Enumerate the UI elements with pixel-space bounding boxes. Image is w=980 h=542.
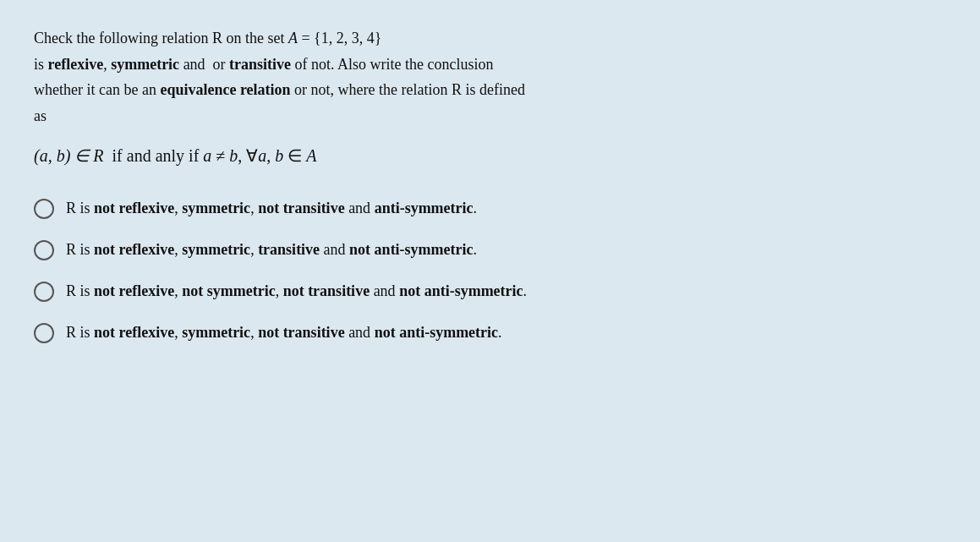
- option-4-label: R is not reflexive, symmetric, not trans…: [66, 321, 502, 344]
- option-1-label: R is not reflexive, symmetric, not trans…: [66, 197, 477, 220]
- math-relation: (a, b) ∈ R if and anly if a ≠ b, ∀a, b ∈…: [34, 142, 946, 170]
- option-2[interactable]: R is not reflexive, symmetric, transitiv…: [34, 238, 946, 261]
- radio-4[interactable]: [34, 323, 54, 343]
- question-line1: Check the following relation R on the se…: [34, 30, 381, 47]
- radio-3[interactable]: [34, 282, 54, 302]
- option-2-label: R is not reflexive, symmetric, transitiv…: [66, 238, 477, 261]
- option-3-label: R is not reflexive, not symmetric, not t…: [66, 280, 527, 303]
- question-line2: is reflexive, symmetric and or transitiv…: [34, 56, 494, 73]
- question-line4: as: [34, 107, 47, 124]
- options-block: R is not reflexive, symmetric, not trans…: [34, 197, 946, 344]
- option-1[interactable]: R is not reflexive, symmetric, not trans…: [34, 197, 946, 220]
- question-line3: whether it can be an equivalence relatio…: [34, 81, 525, 98]
- main-content: Check the following relation R on the se…: [34, 25, 946, 344]
- var-b: b: [57, 146, 65, 165]
- var-a: a: [40, 146, 48, 165]
- option-3[interactable]: R is not reflexive, not symmetric, not t…: [34, 280, 946, 303]
- relation-text: if and anly if a ≠ b, ∀a, b ∈ A: [108, 146, 317, 165]
- radio-2[interactable]: [34, 240, 54, 260]
- option-4[interactable]: R is not reflexive, symmetric, not trans…: [34, 321, 946, 344]
- question-text: Check the following relation R on the se…: [34, 25, 946, 129]
- radio-1[interactable]: [34, 199, 54, 219]
- question-block: Check the following relation R on the se…: [34, 25, 946, 170]
